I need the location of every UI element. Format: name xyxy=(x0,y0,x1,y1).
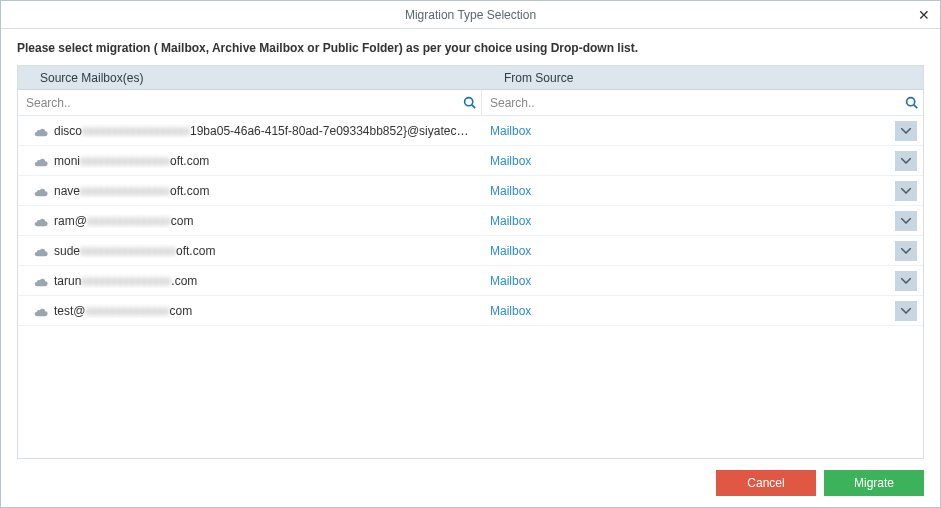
from-source-dropdown[interactable] xyxy=(895,271,917,291)
search-input-fromsource[interactable] xyxy=(482,90,899,115)
cell-mailbox: test@xxxxxxxxxxxxxxcom xyxy=(18,296,482,325)
from-source-dropdown[interactable] xyxy=(895,151,917,171)
search-icon[interactable] xyxy=(899,96,923,109)
col-header-source-mailboxes[interactable]: Source Mailbox(es) xyxy=(18,66,482,89)
mailbox-address: navexxxxxxxxxxxxxxxoft.com xyxy=(54,184,209,198)
svg-line-3 xyxy=(913,105,916,108)
migrate-button[interactable]: Migrate xyxy=(824,470,924,496)
cloud-icon xyxy=(34,126,48,136)
cloud-icon xyxy=(34,186,48,196)
cell-from-source: Mailbox xyxy=(482,206,923,235)
dialog-window: Migration Type Selection ✕ Please select… xyxy=(0,0,941,508)
cloud-icon xyxy=(34,276,48,286)
cell-mailbox: monixxxxxxxxxxxxxxxoft.com xyxy=(18,146,482,175)
svg-point-0 xyxy=(464,98,472,106)
cancel-button[interactable]: Cancel xyxy=(716,470,816,496)
cell-from-source: Mailbox xyxy=(482,116,923,145)
table-row[interactable]: monixxxxxxxxxxxxxxxoft.comMailbox xyxy=(18,146,923,176)
from-source-dropdown[interactable] xyxy=(895,121,917,141)
window-title: Migration Type Selection xyxy=(405,8,536,22)
from-source-dropdown[interactable] xyxy=(895,241,917,261)
mailbox-address: sudexxxxxxxxxxxxxxxxoft.com xyxy=(54,244,215,258)
mailbox-grid: Source Mailbox(es) From Source discoxxxx… xyxy=(17,65,924,459)
rows-container: discoxxxxxxxxxxxxxxxxxx19ba05-46a6-415f-… xyxy=(18,116,923,458)
mailbox-address: monixxxxxxxxxxxxxxxoft.com xyxy=(54,154,209,168)
from-source-value: Mailbox xyxy=(490,304,531,318)
from-source-value: Mailbox xyxy=(490,184,531,198)
table-row[interactable]: discoxxxxxxxxxxxxxxxxxx19ba05-46a6-415f-… xyxy=(18,116,923,146)
cell-mailbox: sudexxxxxxxxxxxxxxxxoft.com xyxy=(18,236,482,265)
instruction-text: Please select migration ( Mailbox, Archi… xyxy=(1,29,940,65)
cell-from-source: Mailbox xyxy=(482,296,923,325)
close-button[interactable]: ✕ xyxy=(914,5,934,25)
from-source-dropdown[interactable] xyxy=(895,181,917,201)
mailbox-address: tarunxxxxxxxxxxxxxxx.com xyxy=(54,274,197,288)
title-bar: Migration Type Selection ✕ xyxy=(1,1,940,29)
mailbox-address: discoxxxxxxxxxxxxxxxxxx19ba05-46a6-415f-… xyxy=(54,124,474,138)
cell-mailbox: navexxxxxxxxxxxxxxxoft.com xyxy=(18,176,482,205)
from-source-value: Mailbox xyxy=(490,214,531,228)
from-source-dropdown[interactable] xyxy=(895,211,917,231)
from-source-value: Mailbox xyxy=(490,274,531,288)
cell-from-source: Mailbox xyxy=(482,176,923,205)
cloud-icon xyxy=(34,306,48,316)
cell-mailbox: tarunxxxxxxxxxxxxxxx.com xyxy=(18,266,482,295)
search-input-mailboxes[interactable] xyxy=(18,90,457,115)
cell-mailbox: discoxxxxxxxxxxxxxxxxxx19ba05-46a6-415f-… xyxy=(18,116,482,145)
from-source-value: Mailbox xyxy=(490,244,531,258)
mailbox-address: test@xxxxxxxxxxxxxxcom xyxy=(54,304,192,318)
grid-header: Source Mailbox(es) From Source xyxy=(18,66,923,90)
table-row[interactable]: navexxxxxxxxxxxxxxxoft.comMailbox xyxy=(18,176,923,206)
from-source-value: Mailbox xyxy=(490,154,531,168)
svg-point-2 xyxy=(906,98,914,106)
search-cell-fromsource xyxy=(482,90,923,115)
cell-mailbox: ram@xxxxxxxxxxxxxxcom xyxy=(18,206,482,235)
table-row[interactable]: ram@xxxxxxxxxxxxxxcomMailbox xyxy=(18,206,923,236)
cloud-icon xyxy=(34,216,48,226)
search-icon[interactable] xyxy=(457,96,481,109)
table-row[interactable]: test@xxxxxxxxxxxxxxcomMailbox xyxy=(18,296,923,326)
dialog-footer: Cancel Migrate xyxy=(1,459,940,507)
from-source-dropdown[interactable] xyxy=(895,301,917,321)
mailbox-address: ram@xxxxxxxxxxxxxxcom xyxy=(54,214,194,228)
cell-from-source: Mailbox xyxy=(482,266,923,295)
from-source-value: Mailbox xyxy=(490,124,531,138)
cloud-icon xyxy=(34,246,48,256)
table-row[interactable]: tarunxxxxxxxxxxxxxxx.comMailbox xyxy=(18,266,923,296)
search-cell-mailboxes xyxy=(18,90,482,115)
search-row xyxy=(18,90,923,116)
cell-from-source: Mailbox xyxy=(482,236,923,265)
cloud-icon xyxy=(34,156,48,166)
cell-from-source: Mailbox xyxy=(482,146,923,175)
svg-line-1 xyxy=(471,105,474,108)
table-row[interactable]: sudexxxxxxxxxxxxxxxxoft.comMailbox xyxy=(18,236,923,266)
col-header-from-source[interactable]: From Source xyxy=(482,66,923,89)
